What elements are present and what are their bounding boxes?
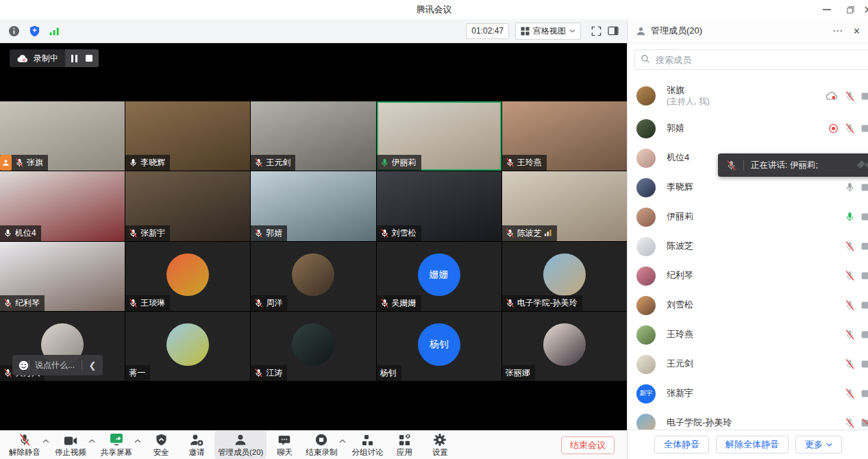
camera-icon[interactable] [861, 301, 868, 310]
camera-icon[interactable] [861, 183, 868, 192]
member-row[interactable]: 李晓辉 [628, 173, 868, 202]
toolbar-invite-button[interactable]: 邀请 [179, 430, 214, 459]
mic-muted-icon[interactable] [845, 388, 855, 399]
unmute-all-button[interactable]: 解除全体静音 [716, 436, 789, 454]
member-row[interactable]: 电子学院-孙美玲 [628, 408, 868, 430]
participant-avatar [543, 323, 586, 366]
video-tile[interactable]: 伊丽莉 [377, 101, 501, 171]
video-tile[interactable]: 纪利琴 [0, 242, 125, 311]
video-tile[interactable]: 姗姗吴姗姗 [377, 242, 501, 311]
quick-chat-bubble[interactable]: 说点什么... ❮ [12, 355, 103, 375]
mic-icon[interactable] [845, 182, 855, 193]
mic-muted-icon[interactable] [845, 271, 855, 281]
member-row[interactable]: 刘雪松 [628, 290, 868, 320]
member-row[interactable]: 郭婧 [628, 114, 868, 143]
camera-icon[interactable] [861, 212, 868, 221]
participant-name: 张旗 [27, 157, 43, 169]
fullscreen-icon[interactable] [591, 26, 602, 36]
close-button[interactable]: ✕ [862, 0, 868, 19]
video-grid: 张旗李晓辉王元剑伊丽莉王玲燕机位4张新宇郭婧刘雪松陈波芝纪利琴王琰琳周洋姗姗吴姗… [0, 101, 627, 381]
view-mode-button[interactable]: 宫格视图 [515, 23, 581, 40]
more-button[interactable]: 更多 [795, 436, 842, 454]
toolbar-security-button[interactable]: 安全 [143, 430, 179, 459]
toolbar-unmute-button[interactable]: 解除静音 [5, 430, 44, 459]
toolbar-share-screen-expand-icon[interactable] [134, 439, 141, 451]
toolbar-stop-video-button[interactable]: 停止视频 [51, 430, 90, 459]
toolbar-members-button[interactable]: 管理成员(20) [214, 430, 266, 459]
participant-name-tag: 机位4 [0, 225, 41, 241]
video-tile[interactable]: 江涛 [251, 312, 375, 381]
video-tile[interactable]: 张旗 [0, 101, 125, 171]
mute-all-button[interactable]: 全体静音 [654, 436, 709, 454]
pause-recording-button[interactable] [71, 55, 77, 62]
minimize-button[interactable] [815, 0, 839, 19]
camera-icon[interactable] [861, 389, 868, 398]
toolbar-unmute-expand-icon[interactable] [42, 439, 49, 451]
mic-muted-icon[interactable] [845, 359, 855, 369]
participant-name: 伊丽莉 [392, 157, 417, 169]
security-shield-icon[interactable] [29, 25, 40, 37]
toolbar-stop-video-expand-icon[interactable] [88, 439, 95, 451]
video-tile[interactable]: 王琰琳 [125, 242, 250, 311]
video-tile[interactable]: 周洋 [251, 242, 375, 311]
video-tile[interactable]: 蒋一 [125, 312, 250, 381]
member-row[interactable]: 王元剑 [628, 349, 868, 379]
mic-muted-icon[interactable] [845, 418, 855, 428]
video-tile[interactable]: 机位4 [0, 171, 125, 240]
member-search-input[interactable] [634, 49, 868, 70]
mic-muted-icon[interactable] [845, 91, 855, 101]
mic-speaking-icon[interactable] [845, 212, 855, 222]
video-tile[interactable]: 杨钊杨钊 [377, 312, 501, 381]
toolbar-share-screen-button[interactable]: 共享屏幕 [97, 430, 136, 459]
panel-more-icon[interactable]: ⋯ [832, 25, 843, 37]
panel-close-icon[interactable]: ✕ [853, 26, 860, 36]
camera-off-icon[interactable] [861, 419, 868, 427]
toolbar-end-record-expand-icon[interactable] [339, 439, 346, 451]
participant-name-tag: 周洋 [251, 295, 287, 311]
camera-icon[interactable] [861, 271, 868, 280]
side-panel-layout-icon[interactable] [608, 26, 619, 36]
camera-icon[interactable] [861, 124, 868, 133]
toolbar-chat-button[interactable]: 聊天 [266, 430, 302, 459]
member-row[interactable]: 张旗(主持人, 我) [628, 78, 868, 114]
mic-muted-icon[interactable] [845, 123, 855, 134]
member-row[interactable]: 陈波芝 [628, 232, 868, 261]
video-tile[interactable]: 陈波芝 [502, 171, 627, 240]
video-tile[interactable]: 郭婧 [251, 171, 375, 240]
collapse-chat-icon[interactable]: ❮ [82, 355, 103, 375]
mic-muted-icon[interactable] [845, 300, 855, 310]
end-meeting-button[interactable]: 结束会议 [561, 436, 615, 454]
toolbar-end-record-button[interactable]: 结束录制 [302, 430, 340, 459]
stop-recording-button[interactable] [86, 55, 92, 62]
member-avatar [636, 208, 656, 227]
member-row[interactable]: 伊丽莉 [628, 202, 868, 232]
camera-icon[interactable] [861, 330, 868, 339]
member-row[interactable]: 王玲燕 [628, 320, 868, 349]
mic-muted-icon[interactable] [845, 241, 855, 251]
member-row[interactable]: 纪利琴 [628, 261, 868, 290]
video-tile[interactable]: 王玲燕 [502, 101, 627, 171]
video-tile[interactable]: 张丽娜 [502, 312, 627, 381]
toolbar-settings-button[interactable]: 设置 [422, 430, 458, 459]
emoji-smiley-icon[interactable] [18, 360, 29, 371]
video-tile[interactable]: 王元剑 [251, 101, 375, 171]
mic-muted-icon[interactable] [845, 330, 855, 340]
quick-chat-placeholder[interactable]: 说点什么... [35, 360, 75, 371]
camera-icon[interactable] [861, 360, 868, 369]
member-name: 陈波芝 [667, 240, 693, 251]
video-tile[interactable]: 刘雪松 [377, 171, 501, 240]
video-tile[interactable]: 电子学院-孙美玲 [502, 242, 627, 311]
video-tile[interactable]: 张新宇 [125, 171, 250, 240]
camera-icon[interactable] [861, 92, 868, 101]
meeting-info-icon[interactable] [8, 25, 20, 37]
toolbar-breakout-button[interactable]: 分组讨论 [348, 430, 386, 459]
toolbar-apps-button[interactable]: 应用 [386, 430, 422, 459]
restore-button[interactable] [839, 0, 862, 19]
member-name: 纪利琴 [667, 270, 693, 281]
camera-icon[interactable] [861, 242, 868, 251]
stop-video-icon [64, 433, 77, 446]
video-tile[interactable]: 李晓辉 [125, 101, 250, 171]
network-signal-icon[interactable] [49, 27, 60, 36]
breakout-icon [362, 433, 373, 446]
member-row[interactable]: 新宇张新宇 [628, 379, 868, 408]
